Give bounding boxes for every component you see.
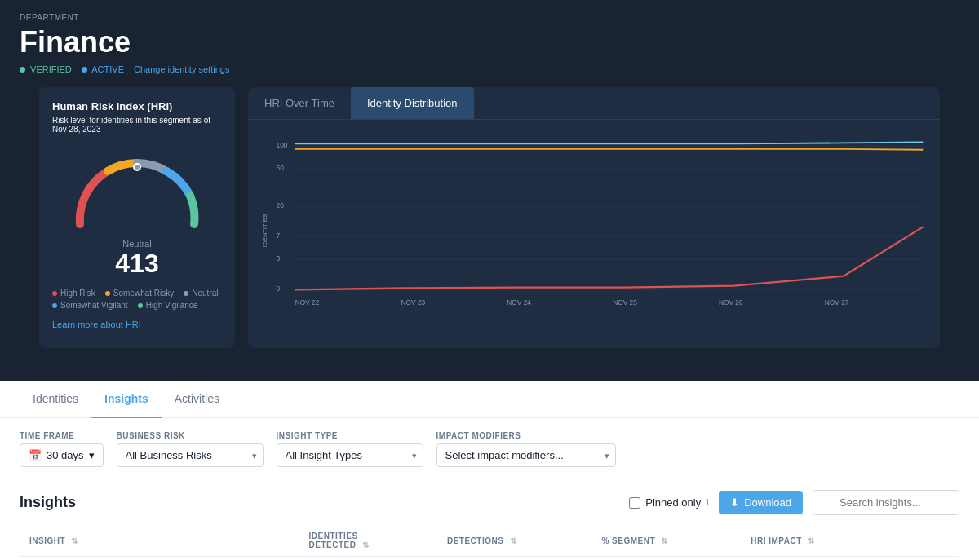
col-identities-detected: IDENTITIESDETECTED ⇅ (299, 525, 437, 557)
status-verified: VERIFIED (20, 64, 72, 74)
timeframe-select[interactable]: 📅 30 days ▾ (20, 443, 104, 467)
sort-icon-identities[interactable]: ⇅ (362, 540, 370, 549)
filters-row: TIME FRAME 📅 30 days ▾ BUSINESS RISK All… (0, 418, 979, 480)
change-identity-settings-link[interactable]: Change identity settings (134, 64, 229, 74)
insight-type-filter: INSIGHT TYPE All Insight Types (277, 431, 423, 467)
page-title: Finance (20, 25, 959, 60)
calendar-icon: 📅 (29, 449, 42, 461)
hri-impact-cell: ●●●●● -375 (741, 557, 886, 561)
hri-subtitle: Risk level for identities in this segmen… (52, 116, 222, 134)
search-input[interactable] (813, 490, 959, 515)
svg-text:NOV 24: NOV 24 (507, 298, 531, 306)
tab-hri-over-time[interactable]: HRI Over Time (248, 87, 351, 119)
download-button[interactable]: ⬇ Download (719, 491, 803, 514)
insights-controls: Pinned only ℹ ⬇ Download (629, 490, 959, 515)
insight-type-select[interactable]: All Insight Types (277, 443, 423, 467)
chevron-down-icon: ▾ (89, 449, 95, 461)
impact-modifiers-label: IMPACT MODIFIERS (436, 431, 616, 440)
col-hri-impact: HRI IMPACT ⇅ (741, 525, 886, 557)
svg-text:0: 0 (277, 284, 281, 293)
svg-text:60: 60 (277, 164, 285, 172)
svg-text:NOV 22: NOV 22 (295, 298, 320, 306)
row-actions-cell: ⋮ (886, 557, 959, 561)
learn-hri-link[interactable]: Learn more about HRI (52, 320, 222, 329)
hri-title: Human Risk Index (HRI) (52, 100, 222, 112)
business-risk-label: BUSINESS RISK (117, 431, 264, 440)
col-pct-segment: % SEGMENT ⇅ (591, 525, 741, 557)
tab-insights[interactable]: Insights (91, 381, 162, 418)
tab-identity-distribution[interactable]: Identity Distribution (351, 87, 474, 119)
detections-cell: 1 (437, 557, 591, 561)
search-wrapper (813, 490, 959, 515)
timeframe-label: TIME FRAME (20, 431, 104, 440)
svg-text:7: 7 (277, 231, 281, 240)
impact-modifiers-filter: IMPACT MODIFIERS Select impact modifiers… (436, 431, 616, 467)
business-risk-select[interactable]: All Business Risks (117, 443, 264, 467)
tab-identities[interactable]: Identities (20, 381, 91, 418)
svg-text:NOV 25: NOV 25 (613, 298, 637, 306)
chart-area: 100 60 20 7 3 0 IDENTITIES (248, 120, 940, 348)
gauge: Neutral 413 (64, 147, 210, 279)
hri-legend: High Risk Somewhat Risky Neutral Somewha… (52, 289, 222, 310)
bottom-section: Identities Insights Activities TIME FRAM… (0, 381, 979, 560)
insight-name-cell: Sensitive Data Uploaded (20, 557, 299, 561)
sort-icon-detections[interactable]: ⇅ (510, 536, 517, 545)
svg-text:NOV 23: NOV 23 (401, 298, 426, 306)
svg-text:NOV 27: NOV 27 (825, 298, 849, 306)
col-detections: DETECTIONS ⇅ (437, 525, 591, 557)
col-actions (886, 525, 959, 557)
chart-tabs: HRI Over Time Identity Distribution (248, 87, 940, 120)
svg-point-1 (135, 165, 140, 170)
sort-icon-hri[interactable]: ⇅ (808, 536, 815, 545)
chart-card: HRI Over Time Identity Distribution 100 … (248, 87, 940, 348)
svg-text:100: 100 (277, 141, 288, 149)
table-row: Sensitive Data Uploaded 1 1 0.22% ●●●●● … (20, 557, 959, 561)
insights-header: Insights Pinned only ℹ ⬇ Download (20, 480, 959, 525)
gauge-value: 413 (64, 249, 210, 279)
svg-text:IDENTITIES: IDENTITIES (261, 214, 268, 248)
pinned-only-checkbox[interactable]: Pinned only ℹ (629, 496, 709, 509)
hri-card: Human Risk Index (HRI) Risk level for id… (39, 87, 235, 348)
download-icon: ⬇ (730, 496, 739, 509)
tab-activities[interactable]: Activities (162, 381, 233, 418)
insights-section: Insights Pinned only ℹ ⬇ Download (0, 480, 979, 560)
svg-text:3: 3 (277, 254, 281, 262)
timeframe-filter: TIME FRAME 📅 30 days ▾ (20, 431, 104, 467)
sort-icon-insight[interactable]: ⇅ (71, 536, 78, 545)
dept-label: Department (20, 13, 959, 22)
insight-type-label: INSIGHT TYPE (277, 431, 423, 440)
gauge-neutral-label: Neutral (64, 239, 210, 249)
insights-table: INSIGHT ⇅ IDENTITIESDETECTED ⇅ DETECTION… (20, 525, 959, 560)
svg-text:20: 20 (277, 201, 285, 209)
tabs-nav: Identities Insights Activities (0, 381, 979, 418)
info-icon: ℹ (706, 497, 709, 508)
status-active: ACTIVE (82, 64, 124, 74)
business-risk-filter: BUSINESS RISK All Business Risks (117, 431, 264, 467)
svg-text:NOV 26: NOV 26 (719, 298, 743, 306)
sort-icon-pct[interactable]: ⇅ (661, 536, 668, 545)
pinned-checkbox-input[interactable] (629, 497, 640, 509)
insights-section-title: Insights (20, 494, 76, 511)
pct-segment-cell: 0.22% (591, 557, 741, 561)
col-insight: INSIGHT ⇅ (20, 525, 299, 557)
impact-modifiers-select[interactable]: Select impact modifiers... (436, 443, 616, 467)
identities-detected-cell: 1 (299, 557, 437, 561)
